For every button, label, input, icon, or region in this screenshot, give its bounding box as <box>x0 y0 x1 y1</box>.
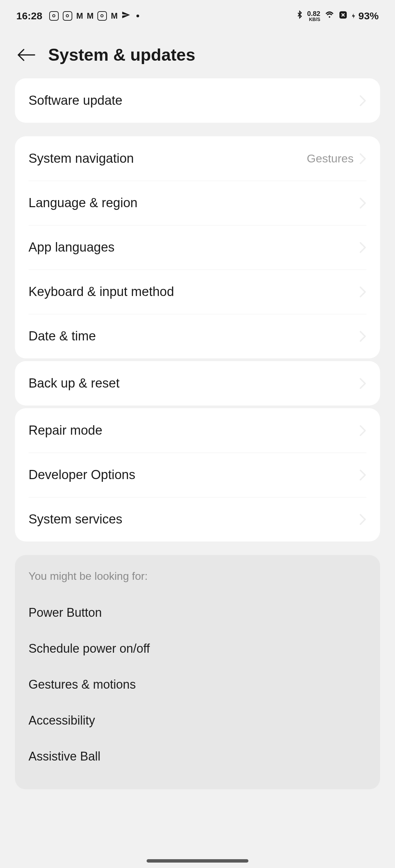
suggestions-header: You might be looking for: <box>29 570 366 583</box>
suggestion-accessibility[interactable]: Accessibility <box>29 703 366 738</box>
row-repair-mode[interactable]: Repair mode <box>15 408 380 453</box>
status-bar: 16:28 M M M 0.82 KB/S 93% <box>0 0 395 29</box>
chevron-right-icon <box>359 425 366 437</box>
network-speed-value: 0.82 <box>307 10 320 17</box>
row-backup-reset[interactable]: Back up & reset <box>15 361 380 406</box>
data-off-icon <box>339 10 347 22</box>
row-developer-options[interactable]: Developer Options <box>15 453 380 497</box>
gmail-icon: M <box>76 11 83 21</box>
battery-percent: 93% <box>358 10 379 22</box>
row-label: Back up & reset <box>29 376 119 391</box>
suggestion-gestures-motions[interactable]: Gestures & motions <box>29 667 366 703</box>
home-indicator[interactable] <box>147 859 248 863</box>
instagram-icon <box>63 11 72 21</box>
status-left: 16:28 M M M <box>16 10 139 22</box>
status-right: 0.82 KB/S 93% <box>296 9 379 22</box>
page-header: System & updates <box>0 29 395 78</box>
network-speed-unit: KB/S <box>307 17 320 22</box>
row-label: Repair mode <box>29 423 102 438</box>
row-label: Keyboard & input method <box>29 284 174 299</box>
settings-group-0: Software update <box>15 78 380 123</box>
row-system-services[interactable]: System services <box>15 497 380 541</box>
chevron-right-icon <box>359 286 366 298</box>
suggestions-card: You might be looking for: Power Button S… <box>15 555 380 789</box>
more-notifications-icon <box>136 15 139 17</box>
row-date-time[interactable]: Date & time <box>15 314 380 358</box>
row-keyboard-input[interactable]: Keyboard & input method <box>15 270 380 314</box>
row-label: Date & time <box>29 329 96 343</box>
row-label: App languages <box>29 240 115 255</box>
back-button[interactable] <box>16 48 36 62</box>
row-label: Software update <box>29 93 123 108</box>
chevron-right-icon <box>359 197 366 209</box>
row-system-navigation[interactable]: System navigation Gestures <box>15 136 380 181</box>
charging-icon <box>351 11 357 21</box>
gmail-icon: M <box>87 11 93 21</box>
settings-group-3: Repair mode Developer Options System ser… <box>15 408 380 541</box>
bluetooth-icon <box>296 9 304 22</box>
battery-status: 93% <box>351 10 379 22</box>
page-title: System & updates <box>48 45 195 65</box>
wifi-icon <box>324 10 335 22</box>
content: Software update System navigation Gestur… <box>0 78 395 789</box>
row-label: Developer Options <box>29 468 135 482</box>
suggestion-power-button[interactable]: Power Button <box>29 595 366 631</box>
chevron-right-icon <box>359 241 366 254</box>
chevron-right-icon <box>359 153 366 165</box>
chevron-right-icon <box>359 513 366 526</box>
row-language-region[interactable]: Language & region <box>15 181 380 225</box>
instagram-icon <box>49 11 59 21</box>
gmail-icon: M <box>111 11 117 21</box>
telegram-icon <box>121 10 130 22</box>
network-speed: 0.82 KB/S <box>307 10 320 22</box>
row-app-languages[interactable]: App languages <box>15 225 380 270</box>
suggestion-assistive-ball[interactable]: Assistive Ball <box>29 738 366 774</box>
row-software-update[interactable]: Software update <box>15 78 380 123</box>
chevron-right-icon <box>359 377 366 390</box>
status-time: 16:28 <box>16 10 42 22</box>
row-label: System navigation <box>29 151 134 166</box>
row-value: Gestures <box>307 152 354 165</box>
instagram-icon <box>97 11 107 21</box>
suggestion-schedule-power[interactable]: Schedule power on/off <box>29 631 366 667</box>
chevron-right-icon <box>359 95 366 107</box>
row-label: Language & region <box>29 196 137 210</box>
chevron-right-icon <box>359 330 366 342</box>
settings-group-1: System navigation Gestures Language & re… <box>15 136 380 358</box>
row-label: System services <box>29 512 123 527</box>
settings-group-2: Back up & reset <box>15 361 380 406</box>
chevron-right-icon <box>359 469 366 481</box>
